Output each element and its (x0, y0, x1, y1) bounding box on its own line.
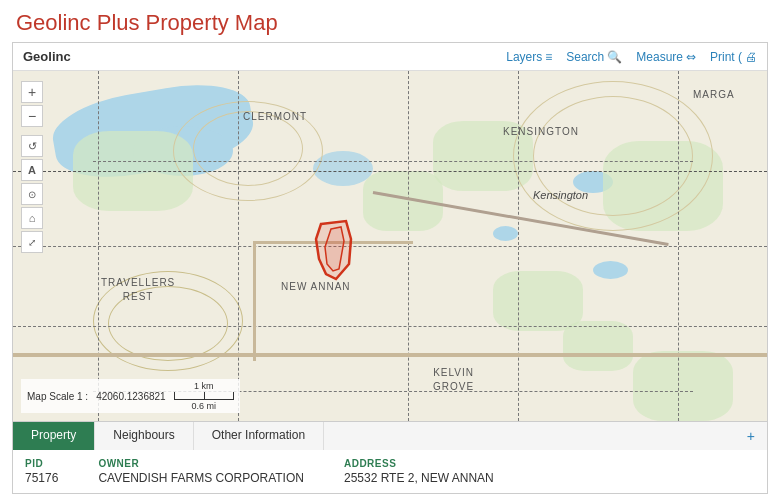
district-h2 (13, 246, 767, 247)
tab-property[interactable]: Property (13, 422, 95, 450)
address-col: ADDRESS 25532 RTE 2, NEW ANNAN (344, 458, 494, 485)
pid-col: PID 75176 (25, 458, 58, 485)
pid-label: PID (25, 458, 58, 469)
owner-label: OWNER (98, 458, 304, 469)
place-marga: MARGA (693, 89, 735, 100)
place-kelvin-grove: KELVINGROVE (433, 366, 474, 394)
layers-label: Layers (506, 50, 542, 64)
place-kensington-town: Kensington (533, 189, 588, 201)
district-v1 (98, 71, 99, 421)
page-title: Geolinc Plus Property Map (0, 0, 780, 42)
property-boundary (311, 219, 366, 289)
print-label: Print ( (710, 50, 742, 64)
map-area[interactable]: CLERMONT KENSINGTON Kensington TRAVELLER… (13, 71, 767, 421)
vegetation-5 (493, 271, 583, 331)
layers-button[interactable]: Layers ≡ (506, 50, 552, 64)
district-v4 (518, 71, 519, 421)
place-clermont: CLERMONT (243, 111, 307, 122)
district-h1 (93, 161, 693, 162)
search-icon: 🔍 (607, 50, 622, 64)
property-info: PID 75176 OWNER CAVENDISH FARMS CORPORAT… (13, 450, 767, 493)
pid-value: 75176 (25, 471, 58, 485)
district-h3 (13, 326, 767, 327)
map-container: Geolinc Layers ≡ Search 🔍 Measure ⇔ Prin… (12, 42, 768, 422)
address-value: 25532 RTE 2, NEW ANNAN (344, 471, 494, 485)
map-controls: + − ↺ A ⊙ ⌂ ⤢ (21, 81, 43, 253)
search-button[interactable]: Search 🔍 (566, 50, 622, 64)
vegetation-6 (563, 321, 633, 371)
tab-other-info[interactable]: Other Information (194, 422, 324, 450)
place-kensington-region: KENSINGTON (503, 126, 579, 137)
district-v3 (408, 71, 409, 421)
contour-2 (193, 111, 303, 186)
brand-label: Geolinc (23, 49, 71, 64)
scale-bar: Map Scale 1 : 42060.1236821 1 km 0.6 mi (21, 379, 240, 413)
toolbar-actions: Layers ≡ Search 🔍 Measure ⇔ Print ( 🖨 (506, 50, 757, 64)
tab-plus-button[interactable]: + (735, 422, 767, 450)
zoom-in-button[interactable]: + (21, 81, 43, 103)
measure-icon: ⇔ (686, 50, 696, 64)
water-body-6 (493, 226, 518, 241)
owner-col: OWNER CAVENDISH FARMS CORPORATION (98, 458, 304, 485)
home-button[interactable]: ⌂ (21, 207, 43, 229)
tab-neighbours[interactable]: Neighbours (95, 422, 193, 450)
search-label: Search (566, 50, 604, 64)
scale-km-label: 1 km (194, 381, 214, 391)
pan-button[interactable]: ↺ (21, 135, 43, 157)
fullscreen-button[interactable]: ⤢ (21, 231, 43, 253)
zoom-out-button[interactable]: − (21, 105, 43, 127)
map-toolbar: Geolinc Layers ≡ Search 🔍 Measure ⇔ Prin… (13, 43, 767, 71)
place-travellers-rest: TRAVELLERSREST (101, 276, 175, 304)
vegetation-7 (633, 351, 733, 421)
scale-mi-label: 0.6 mi (191, 401, 216, 411)
road-main (13, 353, 767, 357)
print-button[interactable]: Print ( 🖨 (710, 50, 757, 64)
tabs-row: Property Neighbours Other Information + (13, 422, 767, 450)
district-v5 (678, 71, 679, 421)
measure-label: Measure (636, 50, 683, 64)
water-body-5 (593, 261, 628, 279)
bottom-panel: Property Neighbours Other Information + … (12, 422, 768, 494)
scale-label: Map Scale 1 : (27, 391, 88, 402)
scale-graphic: 1 km 0.6 mi (174, 381, 234, 411)
scale-value: 42060.1236821 (96, 391, 166, 402)
road-secondary-1 (253, 241, 256, 361)
district-boundary-1 (13, 171, 767, 172)
layers-icon: ≡ (545, 50, 552, 64)
select-button[interactable]: A (21, 159, 43, 181)
print-icon: 🖨 (745, 50, 757, 64)
identify-button[interactable]: ⊙ (21, 183, 43, 205)
district-v2 (238, 71, 239, 421)
scale-bar-line (174, 392, 234, 400)
address-label: ADDRESS (344, 458, 494, 469)
measure-button[interactable]: Measure ⇔ (636, 50, 696, 64)
owner-value: CAVENDISH FARMS CORPORATION (98, 471, 304, 485)
